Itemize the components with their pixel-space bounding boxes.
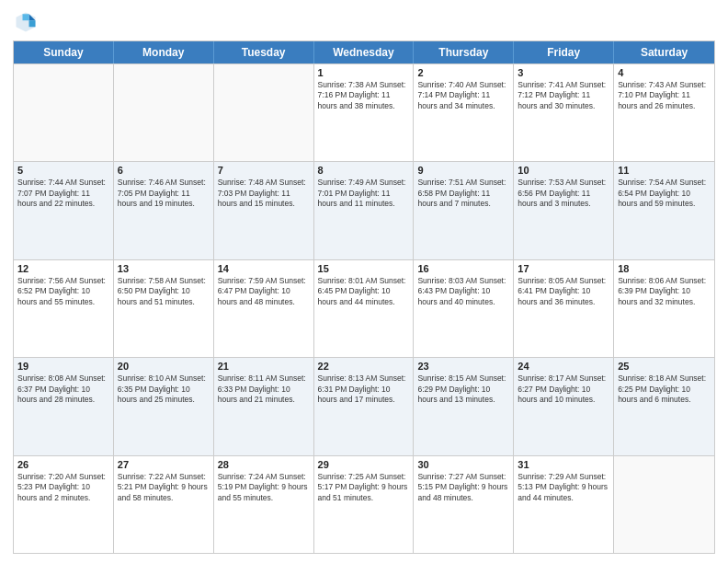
day-number: 26 (17, 459, 109, 470)
day-number: 6 (118, 165, 210, 176)
day-number: 27 (118, 459, 210, 470)
day-number: 5 (17, 165, 109, 176)
day-number: 3 (518, 67, 609, 78)
logo (13, 9, 42, 35)
day-info: Sunrise: 7:56 AM Sunset: 6:52 PM Dayligh… (17, 276, 109, 307)
day-info: Sunrise: 7:54 AM Sunset: 6:54 PM Dayligh… (618, 178, 711, 209)
calendar-day-17: 17Sunrise: 8:05 AM Sunset: 6:41 PM Dayli… (514, 260, 614, 357)
day-number: 9 (417, 165, 509, 176)
day-number: 16 (417, 263, 509, 274)
calendar-day-9: 9Sunrise: 7:51 AM Sunset: 6:58 PM Daylig… (414, 162, 514, 259)
day-info: Sunrise: 7:25 AM Sunset: 5:17 PM Dayligh… (318, 472, 410, 503)
day-number: 14 (218, 263, 310, 274)
calendar-day-12: 12Sunrise: 7:56 AM Sunset: 6:52 PM Dayli… (14, 260, 114, 357)
day-info: Sunrise: 8:03 AM Sunset: 6:43 PM Dayligh… (417, 276, 509, 307)
day-info: Sunrise: 7:53 AM Sunset: 6:56 PM Dayligh… (518, 178, 609, 209)
day-info: Sunrise: 8:10 AM Sunset: 6:35 PM Dayligh… (118, 373, 210, 405)
day-number: 13 (118, 263, 210, 274)
calendar-day-20: 20Sunrise: 8:10 AM Sunset: 6:35 PM Dayli… (114, 358, 214, 454)
day-info: Sunrise: 7:41 AM Sunset: 7:12 PM Dayligh… (518, 80, 609, 111)
calendar-day-26: 26Sunrise: 7:20 AM Sunset: 5:23 PM Dayli… (14, 456, 114, 553)
svg-marker-2 (29, 20, 36, 27)
calendar-header: SundayMondayTuesdayWednesdayThursdayFrid… (14, 41, 714, 63)
calendar-day-22: 22Sunrise: 8:13 AM Sunset: 6:31 PM Dayli… (314, 358, 415, 454)
header-day-friday: Friday (514, 41, 614, 63)
calendar-day-28: 28Sunrise: 7:24 AM Sunset: 5:19 PM Dayli… (214, 456, 314, 553)
day-info: Sunrise: 8:01 AM Sunset: 6:45 PM Dayligh… (318, 276, 410, 307)
day-number: 1 (318, 67, 410, 78)
day-number: 20 (118, 361, 210, 372)
calendar-empty-cell (214, 64, 314, 161)
calendar-week-1: 1Sunrise: 7:38 AM Sunset: 7:16 PM Daylig… (14, 63, 714, 161)
day-number: 10 (518, 165, 609, 176)
calendar-day-19: 19Sunrise: 8:08 AM Sunset: 6:37 PM Dayli… (14, 358, 114, 454)
calendar-day-2: 2Sunrise: 7:40 AM Sunset: 7:14 PM Daylig… (414, 64, 514, 161)
day-number: 17 (518, 263, 609, 274)
day-info: Sunrise: 7:46 AM Sunset: 7:05 PM Dayligh… (118, 178, 210, 209)
header-day-wednesday: Wednesday (314, 41, 415, 63)
day-number: 21 (218, 361, 310, 372)
calendar-day-4: 4Sunrise: 7:43 AM Sunset: 7:10 PM Daylig… (614, 64, 714, 161)
calendar-day-16: 16Sunrise: 8:03 AM Sunset: 6:43 PM Dayli… (414, 260, 514, 357)
calendar-week-4: 19Sunrise: 8:08 AM Sunset: 6:37 PM Dayli… (14, 357, 714, 454)
day-number: 7 (218, 165, 310, 176)
day-number: 19 (17, 361, 109, 372)
calendar-day-14: 14Sunrise: 7:59 AM Sunset: 6:47 PM Dayli… (214, 260, 314, 357)
calendar-day-1: 1Sunrise: 7:38 AM Sunset: 7:16 PM Daylig… (314, 64, 415, 161)
calendar-empty-cell (114, 64, 214, 161)
day-number: 18 (618, 263, 711, 274)
calendar-day-30: 30Sunrise: 7:27 AM Sunset: 5:15 PM Dayli… (414, 456, 514, 553)
day-info: Sunrise: 7:43 AM Sunset: 7:10 PM Dayligh… (618, 80, 711, 111)
calendar-day-11: 11Sunrise: 7:54 AM Sunset: 6:54 PM Dayli… (614, 162, 714, 259)
svg-marker-3 (23, 14, 29, 20)
calendar-day-5: 5Sunrise: 7:44 AM Sunset: 7:07 PM Daylig… (14, 162, 114, 259)
day-info: Sunrise: 8:17 AM Sunset: 6:27 PM Dayligh… (518, 373, 609, 405)
day-number: 11 (618, 165, 711, 176)
calendar-day-31: 31Sunrise: 7:29 AM Sunset: 5:13 PM Dayli… (514, 456, 614, 553)
calendar-day-13: 13Sunrise: 7:58 AM Sunset: 6:50 PM Dayli… (114, 260, 214, 357)
calendar-empty-cell (614, 456, 714, 553)
day-info: Sunrise: 7:24 AM Sunset: 5:19 PM Dayligh… (218, 472, 310, 503)
calendar-day-15: 15Sunrise: 8:01 AM Sunset: 6:45 PM Dayli… (314, 260, 415, 357)
calendar-day-6: 6Sunrise: 7:46 AM Sunset: 7:05 PM Daylig… (114, 162, 214, 259)
day-number: 30 (417, 459, 509, 470)
day-number: 4 (618, 67, 711, 78)
day-info: Sunrise: 8:15 AM Sunset: 6:29 PM Dayligh… (417, 373, 509, 405)
day-info: Sunrise: 7:38 AM Sunset: 7:16 PM Dayligh… (318, 80, 410, 111)
day-number: 23 (417, 361, 509, 372)
day-info: Sunrise: 8:06 AM Sunset: 6:39 PM Dayligh… (618, 276, 711, 307)
day-info: Sunrise: 7:51 AM Sunset: 6:58 PM Dayligh… (417, 178, 509, 209)
calendar-day-3: 3Sunrise: 7:41 AM Sunset: 7:12 PM Daylig… (514, 64, 614, 161)
calendar-week-2: 5Sunrise: 7:44 AM Sunset: 7:07 PM Daylig… (14, 161, 714, 259)
calendar-day-8: 8Sunrise: 7:49 AM Sunset: 7:01 PM Daylig… (314, 162, 415, 259)
calendar-day-24: 24Sunrise: 8:17 AM Sunset: 6:27 PM Dayli… (514, 358, 614, 454)
calendar-week-5: 26Sunrise: 7:20 AM Sunset: 5:23 PM Dayli… (14, 455, 714, 553)
page-header (13, 9, 715, 35)
calendar-body: 1Sunrise: 7:38 AM Sunset: 7:16 PM Daylig… (14, 63, 714, 553)
day-info: Sunrise: 8:11 AM Sunset: 6:33 PM Dayligh… (218, 373, 310, 405)
calendar-day-25: 25Sunrise: 8:18 AM Sunset: 6:25 PM Dayli… (614, 358, 714, 454)
header-day-monday: Monday (114, 41, 214, 63)
day-info: Sunrise: 7:22 AM Sunset: 5:21 PM Dayligh… (118, 472, 210, 503)
day-number: 31 (518, 459, 609, 470)
day-info: Sunrise: 7:27 AM Sunset: 5:15 PM Dayligh… (417, 472, 509, 503)
calendar-day-27: 27Sunrise: 7:22 AM Sunset: 5:21 PM Dayli… (114, 456, 214, 553)
logo-icon (13, 9, 39, 35)
day-info: Sunrise: 7:48 AM Sunset: 7:03 PM Dayligh… (218, 178, 310, 209)
header-day-saturday: Saturday (614, 41, 714, 63)
day-info: Sunrise: 7:49 AM Sunset: 7:01 PM Dayligh… (318, 178, 410, 209)
day-info: Sunrise: 8:18 AM Sunset: 6:25 PM Dayligh… (618, 373, 711, 405)
header-day-sunday: Sunday (14, 41, 114, 63)
calendar-day-23: 23Sunrise: 8:15 AM Sunset: 6:29 PM Dayli… (414, 358, 514, 454)
calendar-day-29: 29Sunrise: 7:25 AM Sunset: 5:17 PM Dayli… (314, 456, 415, 553)
day-number: 22 (318, 361, 410, 372)
day-info: Sunrise: 7:44 AM Sunset: 7:07 PM Dayligh… (17, 178, 109, 209)
calendar-empty-cell (14, 64, 114, 161)
calendar-day-18: 18Sunrise: 8:06 AM Sunset: 6:39 PM Dayli… (614, 260, 714, 357)
day-number: 24 (518, 361, 609, 372)
calendar-day-21: 21Sunrise: 8:11 AM Sunset: 6:33 PM Dayli… (214, 358, 314, 454)
day-number: 25 (618, 361, 711, 372)
calendar: SundayMondayTuesdayWednesdayThursdayFrid… (13, 40, 715, 554)
day-info: Sunrise: 8:13 AM Sunset: 6:31 PM Dayligh… (318, 373, 410, 405)
day-number: 2 (417, 67, 509, 78)
